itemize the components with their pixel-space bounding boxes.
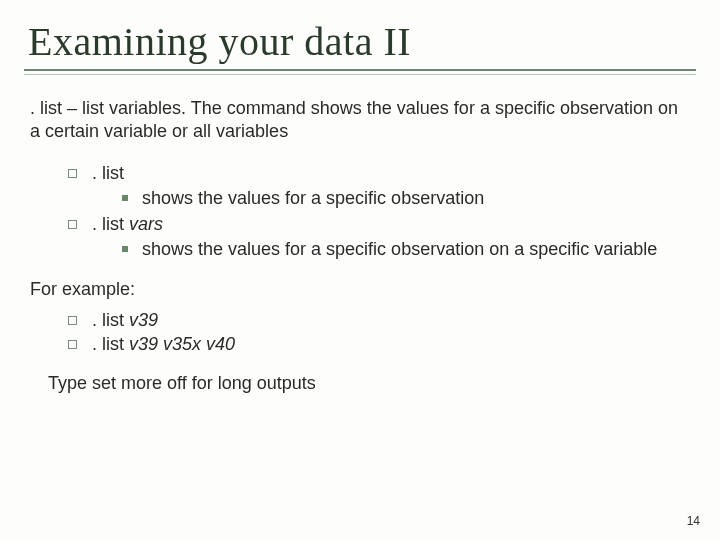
example-list: . list v39 . list v39 v35x v40	[66, 309, 692, 356]
page-number: 14	[687, 514, 700, 528]
syntax-list: . list shows the values for a specific o…	[66, 162, 692, 260]
for-example-label: For example:	[30, 278, 692, 301]
slide-body: . list – list variables. The command sho…	[30, 75, 692, 394]
tip-pre: Type	[48, 373, 92, 393]
item-head: . list	[92, 214, 129, 234]
sub-item: shows the values for a specific observat…	[118, 187, 692, 210]
item-vars: vars	[129, 214, 163, 234]
intro-paragraph: . list – list variables. The command sho…	[30, 97, 680, 142]
example-head: . list	[92, 334, 129, 354]
list-item: . list shows the values for a specific o…	[66, 162, 692, 209]
tip-post: for long outputs	[187, 373, 316, 393]
example-vars: v39	[129, 310, 158, 330]
sub-list: shows the values for a specific observat…	[118, 238, 692, 261]
intro-separator: –	[62, 98, 82, 118]
list-item: . list v39 v35x v40	[66, 333, 692, 356]
example-vars: v39 v35x v40	[129, 334, 235, 354]
slide: Examining your data II . list – list var…	[0, 0, 720, 540]
tip-line: Type set more off for long outputs	[48, 372, 692, 395]
intro-command: . list	[30, 98, 62, 118]
example-head: . list	[92, 310, 129, 330]
sub-list: shows the values for a specific observat…	[118, 187, 692, 210]
slide-title: Examining your data II	[28, 18, 692, 65]
list-item: . list v39	[66, 309, 692, 332]
sub-item: shows the values for a specific observat…	[118, 238, 692, 261]
list-item: . list vars shows the values for a speci…	[66, 213, 692, 260]
item-head: . list	[92, 163, 124, 183]
tip-command: set more off	[92, 373, 187, 393]
intro-rest: list variables. The command shows the va…	[30, 98, 678, 141]
